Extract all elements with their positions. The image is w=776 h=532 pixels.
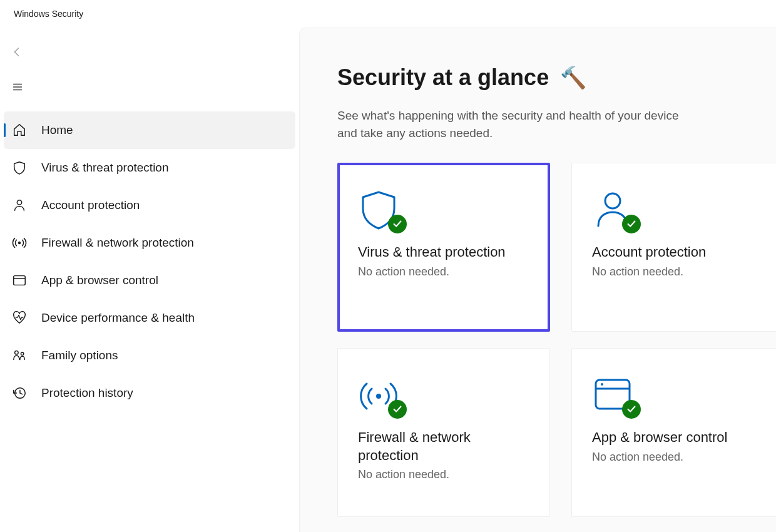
check-badge-icon <box>622 400 641 419</box>
sidebar: Home Virus & threat protection Account p… <box>0 28 299 532</box>
nav-list: Home Virus & threat protection Account p… <box>0 111 299 412</box>
sidebar-item-device-performance-health[interactable]: Device performance & health <box>4 299 295 337</box>
check-badge-icon <box>388 400 407 419</box>
card-status: No action needed. <box>592 451 763 464</box>
card-title: Account protection <box>592 243 763 262</box>
radio-icon <box>11 235 28 251</box>
card-firewall-network-protection[interactable]: Firewall & network protection No action … <box>337 348 550 517</box>
check-badge-icon <box>388 215 407 233</box>
app-title: Windows Security <box>14 9 83 19</box>
back-icon <box>11 46 24 58</box>
page-title: Security at a glance 🔨 <box>337 64 776 91</box>
nav-label: Firewall & network protection <box>41 236 194 250</box>
heart-icon <box>11 310 28 326</box>
shield-icon <box>11 160 28 176</box>
shield-icon <box>358 188 408 232</box>
main-content: Security at a glance 🔨 See what's happen… <box>299 28 776 532</box>
nav-label: Account protection <box>41 198 140 212</box>
nav-label: Protection history <box>41 386 133 400</box>
card-account-protection[interactable]: Account protection No action needed. <box>571 163 776 332</box>
browser-icon <box>11 272 28 289</box>
back-button[interactable] <box>3 39 33 65</box>
sidebar-item-family-options[interactable]: Family options <box>4 337 295 374</box>
browser-icon <box>592 374 642 417</box>
home-icon <box>11 122 28 138</box>
card-virus-threat-protection[interactable]: Virus & threat protection No action need… <box>337 163 550 332</box>
sidebar-item-firewall-network-protection[interactable]: Firewall & network protection <box>4 224 295 262</box>
sidebar-item-protection-history[interactable]: Protection history <box>4 374 295 412</box>
sidebar-item-virus-threat-protection[interactable]: Virus & threat protection <box>4 149 295 187</box>
card-status: No action needed. <box>358 265 529 279</box>
hamburger-button[interactable] <box>3 74 33 100</box>
window-titlebar: Windows Security <box>0 0 776 28</box>
page-subtitle: See what's happening with the security a… <box>337 107 700 141</box>
menu-icon <box>11 81 24 93</box>
person-icon <box>592 188 642 232</box>
page-title-text: Security at a glance <box>337 64 549 91</box>
person-icon <box>11 197 28 213</box>
card-title: Virus & threat protection <box>358 243 529 262</box>
card-title: App & browser control <box>592 429 763 447</box>
family-icon <box>11 347 28 364</box>
hammer-icon: 🔨 <box>560 65 586 90</box>
nav-label: App & browser control <box>41 274 158 287</box>
nav-label: Device performance & health <box>41 311 195 325</box>
radio-icon <box>358 374 408 417</box>
sidebar-item-account-protection[interactable]: Account protection <box>4 187 295 224</box>
sidebar-item-home[interactable]: Home <box>4 111 295 149</box>
history-icon <box>11 385 28 401</box>
nav-label: Home <box>41 123 73 137</box>
card-title: Firewall & network protection <box>358 429 529 464</box>
cards-grid: Virus & threat protection No action need… <box>337 163 776 517</box>
card-app-browser-control[interactable]: App & browser control No action needed. <box>571 348 776 517</box>
check-badge-icon <box>622 215 641 233</box>
nav-label: Virus & threat protection <box>41 161 168 175</box>
card-status: No action needed. <box>592 265 763 279</box>
card-status: No action needed. <box>358 468 529 481</box>
nav-label: Family options <box>41 349 118 362</box>
sidebar-item-app-browser-control[interactable]: App & browser control <box>4 262 295 299</box>
